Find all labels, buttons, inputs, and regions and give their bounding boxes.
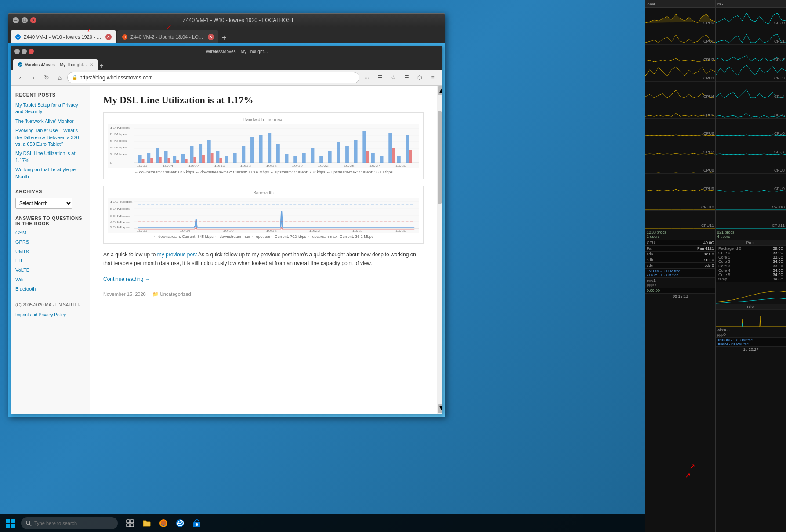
svg-rect-47	[319, 156, 323, 163]
browser-content-area: RECENT POSTS My Tablet Setup for a Priva…	[11, 86, 442, 414]
svg-rect-40	[259, 135, 263, 163]
browser-tab-1[interactable]: W Z440 VM-1 - W10 - lowres 1920 - LOCALH…	[11, 30, 116, 43]
cpu-summary-left: CPU 40.0C	[645, 240, 715, 246]
qa-gprs-link[interactable]: GPRS	[15, 239, 29, 244]
extensions-button[interactable]: ⬡	[414, 72, 425, 83]
url-bar[interactable]: 🔒 https://blog.wirelessmoves.com	[67, 72, 359, 83]
scrollbar[interactable]: ▲ ▼	[437, 86, 442, 414]
start-button[interactable]	[2, 515, 19, 532]
tab1-close-button[interactable]: ✕	[105, 34, 112, 40]
inner-browser-controls	[14, 49, 34, 54]
vm-minimize-button[interactable]: ─	[13, 17, 19, 23]
svg-rect-53	[371, 153, 375, 163]
svg-rect-34	[207, 140, 211, 163]
qa-section: ANSWERS TO QUESTIONS IN THE BOOK GSM GPR…	[15, 216, 85, 293]
post-link-3[interactable]: Evolving Tablet Use – What's the Differe…	[15, 128, 79, 147]
qa-volte[interactable]: VoLTE	[15, 267, 85, 273]
home-button[interactable]: ⌂	[54, 72, 65, 83]
chart1-container: Bandwidth - no max. 10 Mbps 8 Mbps 6 Mbp…	[103, 112, 424, 179]
qa-gsm-link[interactable]: GSM	[15, 230, 26, 235]
new-tab-button[interactable]: +	[218, 32, 230, 43]
post-item-1[interactable]: My Tablet Setup for a Privacy and Securi…	[15, 102, 85, 115]
post-item-5[interactable]: Working on that Terabyte per Month	[15, 166, 85, 180]
sysmon-right-header: m5	[716, 0, 786, 8]
qa-links-list: GSM GPRS UMTS LTE VoLTE Wifi Bluetooth	[15, 230, 85, 293]
cpu0-left: 12% CPU0	[645, 8, 715, 26]
post-item-4[interactable]: My DSL Line Utilization is at 1.17%	[15, 150, 85, 164]
qa-umts-link[interactable]: UMTS	[15, 249, 29, 254]
post-item-3[interactable]: Evolving Tablet Use – What's the Differe…	[15, 127, 85, 147]
continue-reading-link[interactable]: Continue reading →	[103, 276, 150, 282]
back-button[interactable]: ‹	[14, 72, 26, 83]
tab2-close-button[interactable]: ✕	[208, 34, 214, 40]
sda-row: sda sda 0	[645, 252, 715, 257]
inner-tab-favicon: W	[18, 62, 23, 67]
qa-volte-link[interactable]: VoLTE	[15, 267, 29, 273]
inner-tab[interactable]: W WirelessMoves – My Thought… ✕	[13, 59, 98, 70]
inner-max-button[interactable]	[22, 49, 27, 54]
cpu1-left-label: CPU1	[703, 39, 714, 43]
browser-menu-dots[interactable]: ···	[361, 72, 373, 83]
svg-rect-51	[354, 140, 358, 163]
qa-lte-link[interactable]: LTE	[15, 258, 24, 263]
vm-close-button[interactable]: ✕	[30, 17, 36, 23]
bookmark-button[interactable]: ☆	[388, 72, 399, 83]
reader-view-button[interactable]: ☰	[374, 72, 386, 83]
svg-rect-57	[406, 135, 409, 163]
inner-new-tab-button[interactable]: +	[98, 62, 106, 70]
inner-close-button[interactable]	[29, 49, 34, 54]
sdc-val: sdc 0	[704, 263, 714, 268]
taskbar-edge[interactable]	[172, 515, 188, 531]
scroll-thumb[interactable]	[438, 111, 442, 204]
cpu7-right: 2% CPU7	[716, 137, 786, 155]
previous-post-link[interactable]: my previous post	[157, 252, 197, 258]
taskbar-task-view[interactable]	[122, 515, 138, 531]
inner-min-button[interactable]	[14, 49, 20, 54]
qa-bluetooth[interactable]: Bluetooth	[15, 286, 85, 292]
imprint-link[interactable]: Imprint and Privacy Policy	[15, 313, 85, 317]
qa-lte[interactable]: LTE	[15, 258, 85, 264]
chart1-legend: ← downstream: Current: 845 kbps ← downst…	[108, 170, 419, 174]
cpu7-left-label: CPU7	[703, 150, 714, 154]
taskbar-file-explorer[interactable]	[139, 515, 155, 531]
temp-core0: Core 0 33.0C	[717, 251, 785, 255]
post-link-4[interactable]: My DSL Line Utilization is at 1.17%	[15, 151, 76, 162]
svg-rect-54	[380, 156, 384, 163]
vm-maximize-button[interactable]: □	[22, 17, 28, 23]
tab1-favicon: W	[15, 34, 21, 40]
post-link-2[interactable]: The 'Network Alive' Monitor	[15, 119, 74, 124]
hamburger-button[interactable]: ≡	[427, 72, 438, 83]
forward-button[interactable]: ›	[28, 72, 39, 83]
archives-dropdown[interactable]: Select Month	[15, 198, 72, 209]
svg-text:10/01: 10/01	[137, 165, 148, 168]
chart1-svg: 10 Mbps 8 Mbps 6 Mbps 4 Mbps 2 Mbps 0	[108, 124, 419, 168]
chart1-title: Bandwidth - no max.	[108, 117, 419, 122]
scroll-up-button[interactable]: ▲	[438, 86, 442, 95]
qa-gsm[interactable]: GSM	[15, 230, 85, 236]
collections-button[interactable]: ☰	[401, 72, 412, 83]
cpu0-left-label: CPU0	[703, 21, 714, 25]
svg-rect-29	[164, 151, 168, 163]
post-link-1[interactable]: My Tablet Setup for a Privacy and Securi…	[15, 102, 78, 114]
taskbar-firefox[interactable]	[156, 515, 171, 531]
svg-text:10/25: 10/25	[344, 165, 355, 168]
post-item-2[interactable]: The 'Network Alive' Monitor	[15, 118, 85, 125]
qa-gprs[interactable]: GPRS	[15, 239, 85, 245]
inner-tab-close[interactable]: ✕	[90, 62, 93, 67]
taskbar-search-bar[interactable]	[21, 517, 118, 529]
tab2-label: Z440 VM-2 - Ubuntu 18.04 - LOCALHOST	[130, 34, 205, 40]
qa-bluetooth-link[interactable]: Bluetooth	[15, 286, 36, 291]
net-label-right: wip360	[717, 328, 785, 332]
qa-wifi-link[interactable]: Wifi	[15, 277, 23, 282]
post-link-5[interactable]: Working on that Terabyte per Month	[15, 167, 77, 179]
inner-tab-label: WirelessMoves – My Thought…	[25, 62, 87, 67]
qa-umts[interactable]: UMTS	[15, 248, 85, 255]
qa-wifi[interactable]: Wifi	[15, 277, 85, 283]
refresh-button[interactable]: ↻	[41, 72, 52, 83]
search-input[interactable]	[34, 521, 105, 526]
temp-core0-label: Core 0	[718, 251, 730, 255]
scroll-down-button[interactable]: ▼	[438, 404, 442, 413]
taskbar-store[interactable]	[189, 515, 205, 531]
category-link[interactable]: Uncategorized	[160, 291, 191, 297]
browser-tab-2[interactable]: U Z440 VM-2 - Ubuntu 18.04 - LOCALHOST ✕	[117, 30, 218, 43]
